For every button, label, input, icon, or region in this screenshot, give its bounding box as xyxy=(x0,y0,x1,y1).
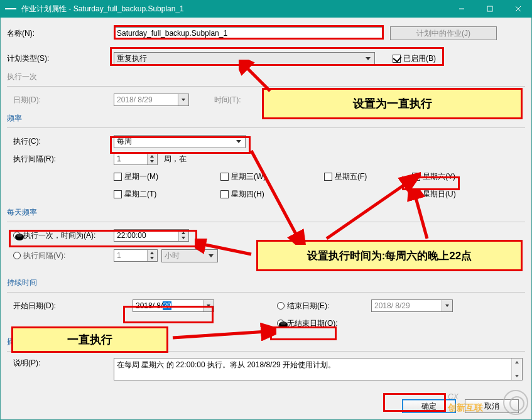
interval-at-value: 1 xyxy=(117,251,121,260)
close-button[interactable] xyxy=(504,0,532,18)
interval-at-label-text: 执行间隔(V): xyxy=(23,250,65,261)
day-sat-checkbox[interactable]: 星期六(Y) xyxy=(412,171,455,182)
exec-label: 执行(C): xyxy=(7,136,114,147)
end-date-picker: 2018/ 8/29 xyxy=(371,299,453,312)
once-at-label-text: 执行一次，时间为(A): xyxy=(23,230,95,241)
checkbox-icon xyxy=(220,173,229,181)
desc-textarea[interactable]: 在每周 星期六 的 22:00:00 执行。将从 2018/8/29 开始使用计… xyxy=(114,358,523,380)
start-date-picker[interactable]: 2018/ 8/29 xyxy=(133,299,214,312)
no-end-date-radio[interactable]: 无结束日期(O): xyxy=(277,318,338,329)
interval-unit: 周，在 xyxy=(164,154,187,164)
once-at-radio[interactable]: 执行一次，时间为(A): xyxy=(13,230,95,241)
interval-value: 1 xyxy=(117,154,121,163)
annotation-callout-1: 设置为一直执行 xyxy=(262,88,523,119)
checkbox-icon xyxy=(412,173,420,181)
radio-icon xyxy=(277,320,285,327)
interval-label: 执行间隔(R): xyxy=(7,154,114,164)
day-label: 星期一(M) xyxy=(124,171,158,182)
checkbox-icon xyxy=(324,173,332,181)
dayfreq-section-title: 每天频率 xyxy=(7,207,525,218)
radio-icon xyxy=(13,232,21,239)
svg-rect-1 xyxy=(487,6,492,11)
dialog-body: 名称(N): 计划中的作业(J) 计划类型(S): 重复执行 已启用(B) 执行… xyxy=(0,18,532,420)
once-date-picker: 2018/ 8/29 xyxy=(114,94,189,106)
radio-icon xyxy=(13,252,21,259)
duration-section-title: 持续时间 xyxy=(7,277,525,288)
type-select-value: 重复执行 xyxy=(117,53,147,64)
day-fri-checkbox[interactable]: 星期五(F) xyxy=(324,171,412,182)
titlebar: 作业计划属性 - Saturday_full_backup.Subplan_1 xyxy=(0,0,532,18)
checkbox-icon xyxy=(393,55,401,63)
once-at-time-spinner[interactable]: 22:00:00 xyxy=(114,229,189,242)
spinner-icon xyxy=(178,230,188,241)
day-label: 星期六(Y) xyxy=(423,171,455,182)
once-time-label: 时间(T): xyxy=(214,95,264,105)
interval-unit-value: 小时 xyxy=(165,250,180,261)
day-mon-checkbox[interactable]: 星期一(M) xyxy=(114,171,220,182)
day-tue-checkbox[interactable]: 星期二(T) xyxy=(114,189,220,200)
start-date-label: 开始日期(D): xyxy=(7,301,114,311)
end-date-value: 2018/ 8/29 xyxy=(374,301,410,310)
interval-at-radio[interactable]: 执行间隔(V): xyxy=(13,250,65,261)
once-date-label: 日期(D): xyxy=(7,95,114,105)
checkbox-icon xyxy=(412,190,420,198)
end-date-radio[interactable]: 结束日期(E): xyxy=(277,301,371,311)
scrollbar-icon[interactable] xyxy=(511,358,522,380)
checkbox-icon xyxy=(114,190,122,198)
interval-spinner[interactable]: 1 xyxy=(114,153,158,165)
jobs-in-plan-button: 计划中的作业(J) xyxy=(390,26,497,40)
checkbox-icon xyxy=(220,190,229,198)
exec-select-value: 每周 xyxy=(117,136,132,147)
interval-unit-select: 小时 xyxy=(161,249,218,262)
enabled-checkbox[interactable]: 已启用(B) xyxy=(393,53,436,64)
type-select[interactable]: 重复执行 xyxy=(114,52,375,65)
name-input[interactable] xyxy=(114,27,384,40)
spinner-icon xyxy=(147,250,157,261)
annotation-callout-2: 设置执行时间为:每周六的晚上22点 xyxy=(256,240,523,271)
end-date-label-text: 结束日期(E): xyxy=(287,301,329,311)
day-sun-checkbox[interactable]: 星期日(U) xyxy=(412,189,456,200)
chevron-down-icon xyxy=(203,300,214,311)
day-label: 星期二(T) xyxy=(124,189,156,200)
checkbox-icon xyxy=(114,173,122,181)
type-label: 计划类型(S): xyxy=(7,53,114,64)
once-section-title: 执行一次 xyxy=(7,72,525,82)
day-thu-checkbox[interactable]: 星期四(H) xyxy=(220,189,324,200)
chevron-down-icon xyxy=(442,300,452,311)
exec-select[interactable]: 每周 xyxy=(114,135,246,148)
maximize-button[interactable] xyxy=(475,0,504,18)
window-title: 作业计划属性 - Saturday_full_backup.Subplan_1 xyxy=(21,4,447,14)
once-at-value: 22:00:00 xyxy=(117,231,146,240)
interval-at-spinner: 1 xyxy=(114,249,158,262)
ok-button[interactable]: 确定 xyxy=(402,399,456,413)
day-label: 星期五(F) xyxy=(335,171,367,182)
enabled-label-text: 已启用(B) xyxy=(403,53,436,64)
app-icon xyxy=(5,8,16,9)
name-label: 名称(N): xyxy=(7,28,114,39)
desc-label: 说明(P): xyxy=(7,358,114,380)
day-wed-checkbox[interactable]: 星期三(W) xyxy=(220,171,324,182)
desc-value: 在每周 星期六 的 22:00:00 执行。将从 2018/8/29 开始使用计… xyxy=(117,360,335,369)
cancel-button[interactable]: 取消 xyxy=(465,399,519,413)
day-label: 星期三(W) xyxy=(231,171,266,182)
annotation-callout-3: 一直执行 xyxy=(11,326,168,353)
day-label: 星期四(H) xyxy=(231,189,264,200)
once-date-value: 2018/ 8/29 xyxy=(117,95,153,104)
chevron-down-icon xyxy=(178,94,188,105)
no-end-label-text: 无结束日期(O): xyxy=(287,318,338,329)
radio-icon xyxy=(277,302,285,310)
minimize-button[interactable] xyxy=(447,0,475,18)
day-label: 星期日(U) xyxy=(423,189,456,200)
spinner-icon xyxy=(147,153,157,164)
